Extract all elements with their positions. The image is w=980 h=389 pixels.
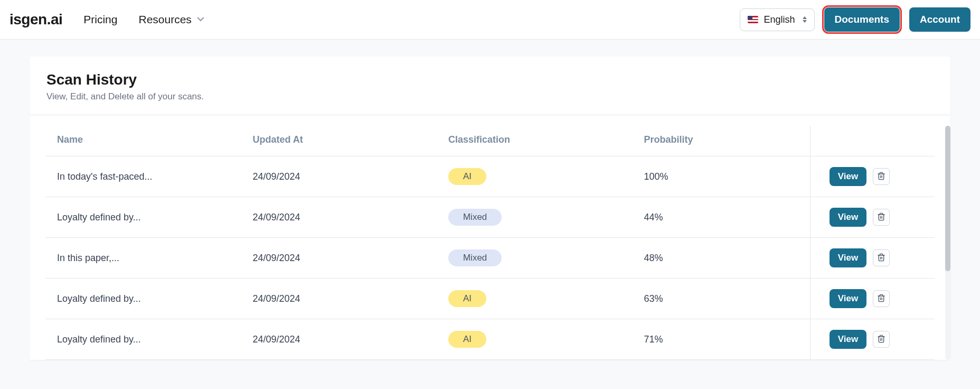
view-button[interactable]: View: [830, 208, 866, 227]
table-row: In today's fast-paced...24/09/2024AI100%…: [45, 156, 935, 197]
language-label: English: [764, 14, 795, 25]
sort-arrows-icon: [803, 16, 807, 23]
delete-button[interactable]: [873, 290, 890, 307]
page-title: Scan History: [46, 71, 934, 88]
logo[interactable]: isgen.ai: [10, 11, 62, 28]
cell-updated: 24/09/2024: [241, 319, 436, 360]
navbar: isgen.ai Pricing Resources English Docum…: [0, 0, 980, 40]
cell-actions: View: [810, 197, 935, 238]
view-button[interactable]: View: [830, 289, 866, 308]
classification-badge: AI: [448, 168, 486, 185]
delete-button[interactable]: [873, 209, 890, 226]
cell-probability: 71%: [632, 319, 810, 360]
cell-classification: AI: [437, 319, 632, 360]
classification-badge: Mixed: [448, 249, 502, 266]
cell-actions: View: [810, 156, 935, 197]
delete-button[interactable]: [873, 168, 890, 185]
trash-icon: [877, 335, 885, 345]
cell-name: In this paper,...: [45, 238, 241, 279]
table-row: Loyalty defined by...24/09/2024AI71%View: [45, 319, 935, 360]
nav-pricing-label: Pricing: [83, 13, 117, 26]
scan-history-panel: Scan History View, Edit, and Delete all …: [30, 57, 950, 360]
nav-resources[interactable]: Resources: [138, 13, 204, 26]
col-header-probability[interactable]: Probability: [632, 126, 810, 156]
classification-badge: AI: [448, 331, 486, 348]
cell-updated: 24/09/2024: [241, 238, 436, 279]
trash-icon: [877, 253, 885, 263]
cell-probability: 100%: [632, 156, 810, 197]
table-row: In this paper,...24/09/2024Mixed48%View: [45, 238, 935, 279]
cell-classification: AI: [437, 279, 632, 319]
table-wrapper: Name Updated At Classification Probabili…: [30, 115, 950, 360]
nav-links: Pricing Resources: [83, 13, 204, 26]
delete-button[interactable]: [873, 331, 890, 348]
nav-resources-label: Resources: [138, 13, 191, 26]
table-row: Loyalty defined by...24/09/2024Mixed44%V…: [45, 197, 935, 238]
view-button[interactable]: View: [830, 167, 866, 186]
cell-probability: 63%: [632, 279, 810, 319]
cell-probability: 44%: [632, 197, 810, 238]
view-button[interactable]: View: [830, 330, 866, 349]
cell-classification: Mixed: [437, 197, 632, 238]
page-subtitle: View, Edit, and Delete all of your scans…: [46, 91, 934, 102]
cell-updated: 24/09/2024: [241, 197, 436, 238]
panel-header: Scan History View, Edit, and Delete all …: [30, 57, 950, 115]
cell-probability: 48%: [632, 238, 810, 279]
col-header-updated[interactable]: Updated At: [241, 126, 436, 156]
cell-actions: View: [810, 279, 935, 319]
table-row: Loyalty defined by...24/09/2024AI63%View: [45, 279, 935, 319]
delete-button[interactable]: [873, 249, 890, 266]
col-header-name[interactable]: Name: [45, 126, 241, 156]
cell-actions: View: [810, 319, 935, 360]
scrollbar-thumb[interactable]: [945, 126, 950, 271]
scrollbar-track[interactable]: [945, 126, 950, 360]
cell-name: Loyalty defined by...: [45, 319, 241, 360]
us-flag-icon: [748, 16, 758, 23]
cell-updated: 24/09/2024: [241, 156, 436, 197]
cell-name: Loyalty defined by...: [45, 197, 241, 238]
account-button[interactable]: Account: [909, 7, 970, 32]
scan-table: Name Updated At Classification Probabili…: [45, 126, 935, 360]
language-selector[interactable]: English: [740, 8, 814, 31]
classification-badge: AI: [448, 290, 486, 307]
documents-button[interactable]: Documents: [824, 7, 900, 32]
cell-name: Loyalty defined by...: [45, 279, 241, 319]
trash-icon: [877, 294, 885, 304]
view-button[interactable]: View: [830, 248, 866, 267]
nav-pricing[interactable]: Pricing: [83, 13, 117, 26]
classification-badge: Mixed: [448, 209, 502, 226]
cell-classification: AI: [437, 156, 632, 197]
trash-icon: [877, 212, 885, 223]
chevron-down-icon: [197, 16, 204, 23]
cell-name: In today's fast-paced...: [45, 156, 241, 197]
cell-updated: 24/09/2024: [241, 279, 436, 319]
cell-actions: View: [810, 238, 935, 279]
trash-icon: [877, 172, 885, 182]
col-header-classification[interactable]: Classification: [437, 126, 632, 156]
main-container: Scan History View, Edit, and Delete all …: [0, 40, 980, 377]
cell-classification: Mixed: [437, 238, 632, 279]
col-header-actions: [810, 126, 935, 156]
nav-right: English Documents Account: [740, 7, 970, 32]
